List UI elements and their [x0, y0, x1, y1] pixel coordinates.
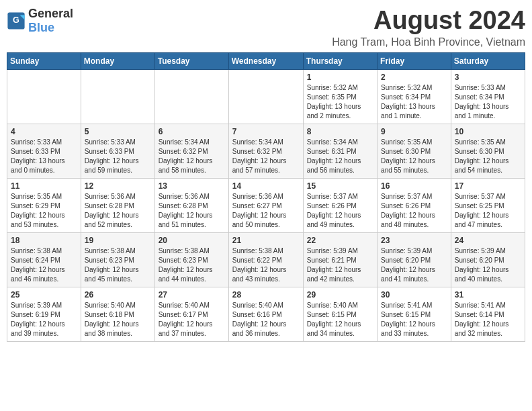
calendar-cell: 28Sunrise: 5:40 AM Sunset: 6:16 PM Dayli…: [228, 287, 303, 341]
day-number: 16: [381, 181, 447, 191]
calendar-cell: 26Sunrise: 5:40 AM Sunset: 6:18 PM Dayli…: [81, 287, 154, 341]
day-info: Sunrise: 5:39 AM Sunset: 6:20 PM Dayligh…: [381, 246, 447, 284]
day-number: 4: [11, 127, 77, 136]
day-info: Sunrise: 5:35 AM Sunset: 6:30 PM Dayligh…: [455, 138, 521, 175]
calendar-cell: 31Sunrise: 5:41 AM Sunset: 6:14 PM Dayli…: [451, 287, 525, 341]
day-number: 1: [307, 73, 373, 82]
day-header-thursday: Thursday: [303, 52, 377, 69]
day-number: 10: [455, 127, 521, 136]
day-info: Sunrise: 5:40 AM Sunset: 6:16 PM Dayligh…: [232, 301, 300, 338]
day-number: 28: [232, 290, 300, 300]
day-number: 23: [381, 236, 447, 245]
day-header-tuesday: Tuesday: [154, 52, 228, 69]
logo-general: General: [28, 7, 73, 20]
week-row-4: 18Sunrise: 5:38 AM Sunset: 6:24 PM Dayli…: [7, 232, 525, 287]
calendar-cell: 12Sunrise: 5:36 AM Sunset: 6:28 PM Dayli…: [81, 178, 154, 232]
day-number: 17: [455, 181, 521, 191]
day-header-wednesday: Wednesday: [228, 52, 303, 69]
subtitle: Hang Tram, Hoa Binh Province, Vietnam: [332, 36, 525, 48]
day-info: Sunrise: 5:37 AM Sunset: 6:26 PM Dayligh…: [381, 192, 447, 230]
day-info: Sunrise: 5:34 AM Sunset: 6:32 PM Dayligh…: [159, 138, 225, 175]
day-info: Sunrise: 5:36 AM Sunset: 6:28 PM Dayligh…: [85, 192, 151, 230]
calendar-cell: 21Sunrise: 5:38 AM Sunset: 6:22 PM Dayli…: [228, 232, 303, 287]
calendar-cell: 15Sunrise: 5:37 AM Sunset: 6:26 PM Dayli…: [303, 178, 377, 232]
day-number: 24: [455, 236, 521, 245]
day-number: 29: [307, 290, 373, 300]
day-info: Sunrise: 5:38 AM Sunset: 6:23 PM Dayligh…: [159, 246, 225, 284]
logo: G General Blue: [7, 7, 73, 35]
calendar-cell: [154, 69, 228, 124]
day-info: Sunrise: 5:36 AM Sunset: 6:27 PM Dayligh…: [232, 192, 300, 230]
day-number: 15: [307, 181, 373, 191]
day-number: 2: [381, 73, 447, 82]
day-info: Sunrise: 5:33 AM Sunset: 6:33 PM Dayligh…: [11, 138, 77, 175]
day-number: 7: [232, 127, 300, 136]
day-info: Sunrise: 5:34 AM Sunset: 6:31 PM Dayligh…: [307, 138, 373, 175]
calendar-cell: 11Sunrise: 5:35 AM Sunset: 6:29 PM Dayli…: [7, 178, 81, 232]
day-info: Sunrise: 5:41 AM Sunset: 6:15 PM Dayligh…: [381, 301, 447, 338]
day-number: 18: [11, 236, 77, 245]
calendar-cell: 19Sunrise: 5:38 AM Sunset: 6:23 PM Dayli…: [81, 232, 154, 287]
calendar-cell: 17Sunrise: 5:37 AM Sunset: 6:25 PM Dayli…: [451, 178, 525, 232]
week-row-2: 4Sunrise: 5:33 AM Sunset: 6:33 PM Daylig…: [7, 124, 525, 178]
day-number: 19: [85, 236, 151, 245]
week-row-5: 25Sunrise: 5:39 AM Sunset: 6:19 PM Dayli…: [7, 287, 525, 341]
day-number: 26: [85, 290, 151, 300]
day-number: 3: [455, 73, 521, 82]
calendar-cell: 27Sunrise: 5:40 AM Sunset: 6:17 PM Dayli…: [154, 287, 228, 341]
day-header-monday: Monday: [81, 52, 154, 69]
day-info: Sunrise: 5:32 AM Sunset: 6:35 PM Dayligh…: [307, 83, 373, 121]
day-info: Sunrise: 5:38 AM Sunset: 6:24 PM Dayligh…: [11, 246, 77, 284]
day-info: Sunrise: 5:41 AM Sunset: 6:14 PM Dayligh…: [455, 301, 521, 338]
calendar-cell: 30Sunrise: 5:41 AM Sunset: 6:15 PM Dayli…: [378, 287, 451, 341]
day-number: 21: [232, 236, 300, 245]
day-info: Sunrise: 5:37 AM Sunset: 6:26 PM Dayligh…: [307, 192, 373, 230]
day-info: Sunrise: 5:33 AM Sunset: 6:33 PM Dayligh…: [85, 138, 151, 175]
day-info: Sunrise: 5:37 AM Sunset: 6:25 PM Dayligh…: [455, 192, 521, 230]
day-number: 13: [159, 181, 225, 191]
calendar-cell: 18Sunrise: 5:38 AM Sunset: 6:24 PM Dayli…: [7, 232, 81, 287]
calendar-cell: 7Sunrise: 5:34 AM Sunset: 6:32 PM Daylig…: [228, 124, 303, 178]
day-number: 11: [11, 181, 77, 191]
calendar-cell: [7, 69, 81, 124]
logo-blue: Blue: [28, 21, 54, 34]
day-number: 22: [307, 236, 373, 245]
calendar-cell: 10Sunrise: 5:35 AM Sunset: 6:30 PM Dayli…: [451, 124, 525, 178]
calendar-cell: 1Sunrise: 5:32 AM Sunset: 6:35 PM Daylig…: [303, 69, 377, 124]
calendar-cell: 24Sunrise: 5:39 AM Sunset: 6:20 PM Dayli…: [451, 232, 525, 287]
week-row-3: 11Sunrise: 5:35 AM Sunset: 6:29 PM Dayli…: [7, 178, 525, 232]
calendar-cell: 14Sunrise: 5:36 AM Sunset: 6:27 PM Dayli…: [228, 178, 303, 232]
day-number: 5: [85, 127, 151, 136]
day-info: Sunrise: 5:40 AM Sunset: 6:17 PM Dayligh…: [159, 301, 225, 338]
calendar-cell: 29Sunrise: 5:40 AM Sunset: 6:15 PM Dayli…: [303, 287, 377, 341]
calendar-cell: 13Sunrise: 5:36 AM Sunset: 6:28 PM Dayli…: [154, 178, 228, 232]
day-number: 9: [381, 127, 447, 136]
calendar-cell: 20Sunrise: 5:38 AM Sunset: 6:23 PM Dayli…: [154, 232, 228, 287]
calendar-cell: 5Sunrise: 5:33 AM Sunset: 6:33 PM Daylig…: [81, 124, 154, 178]
calendar-cell: 9Sunrise: 5:35 AM Sunset: 6:30 PM Daylig…: [378, 124, 451, 178]
main-title: August 2024: [332, 7, 525, 35]
logo-icon: G: [7, 11, 26, 30]
day-header-sunday: Sunday: [7, 52, 81, 69]
day-number: 8: [307, 127, 373, 136]
calendar-cell: 8Sunrise: 5:34 AM Sunset: 6:31 PM Daylig…: [303, 124, 377, 178]
day-number: 25: [11, 290, 77, 300]
calendar-cell: 23Sunrise: 5:39 AM Sunset: 6:20 PM Dayli…: [378, 232, 451, 287]
day-info: Sunrise: 5:33 AM Sunset: 6:34 PM Dayligh…: [455, 83, 521, 121]
calendar-cell: 25Sunrise: 5:39 AM Sunset: 6:19 PM Dayli…: [7, 287, 81, 341]
day-info: Sunrise: 5:36 AM Sunset: 6:28 PM Dayligh…: [159, 192, 225, 230]
day-info: Sunrise: 5:39 AM Sunset: 6:20 PM Dayligh…: [455, 246, 521, 284]
day-info: Sunrise: 5:40 AM Sunset: 6:18 PM Dayligh…: [85, 301, 151, 338]
day-number: 12: [85, 181, 151, 191]
title-block: August 2024 Hang Tram, Hoa Binh Province…: [332, 7, 525, 48]
calendar-cell: [81, 69, 154, 124]
day-info: Sunrise: 5:39 AM Sunset: 6:19 PM Dayligh…: [11, 301, 77, 338]
calendar-cell: 3Sunrise: 5:33 AM Sunset: 6:34 PM Daylig…: [451, 69, 525, 124]
calendar-cell: 6Sunrise: 5:34 AM Sunset: 6:32 PM Daylig…: [154, 124, 228, 178]
day-header-saturday: Saturday: [451, 52, 525, 69]
day-number: 27: [159, 290, 225, 300]
day-info: Sunrise: 5:40 AM Sunset: 6:15 PM Dayligh…: [307, 301, 373, 338]
calendar-table: SundayMondayTuesdayWednesdayThursdayFrid…: [7, 52, 525, 342]
day-info: Sunrise: 5:35 AM Sunset: 6:30 PM Dayligh…: [381, 138, 447, 175]
calendar-cell: 2Sunrise: 5:32 AM Sunset: 6:34 PM Daylig…: [378, 69, 451, 124]
